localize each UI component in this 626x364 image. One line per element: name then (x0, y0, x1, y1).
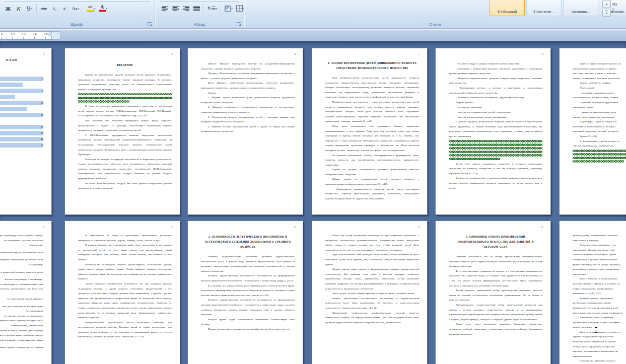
ruler-margin-zone (52, 31, 60, 40)
text-cursor-pointer (594, 327, 598, 333)
page-block-toc: сства17 (0, 125, 43, 129)
page-block-fragr: отмечать, рассказывать обо всём этом (0, 286, 43, 292)
page-block-toc: бразительного искусства (0, 107, 27, 111)
page-block-p: У Ю.В.Максимова предпринята попытка опре… (78, 133, 172, 157)
page-block-p: Характерной особенностью изобразительных… (325, 311, 419, 325)
font-color-button[interactable]: А ▾ (98, 3, 109, 14)
style-no-spacing[interactable]: АаВbСс¶ Без инте... (526, 0, 562, 16)
page-block-p: Развитие художественных способностей осн… (201, 273, 295, 283)
divider (83, 4, 83, 13)
style-heading1[interactable]: АаВbСсЗаголово... (563, 0, 598, 16)
superscript-button[interactable]: x2 (60, 3, 70, 14)
subscript-button[interactable]: x2 (49, 3, 59, 14)
page-block-zz (78, 93, 172, 103)
document-page[interactable]: 3 ВВЕДЕНИЕОдним из действенных средств р… (64, 48, 180, 215)
align-left-icon (162, 5, 168, 12)
page-block-p: Таким образом, правильный отбор произвед… (449, 288, 542, 303)
document-page[interactable]: 12 3. ПРИНЦИПЫ ОТБОРА ПРОИЗВЕДЕНИЙ ИЗОБР… (435, 221, 551, 364)
gallery-more-button[interactable]: ▾ (602, 9, 611, 17)
page-block-p: Из всего вышесказанного следует, что тем… (78, 181, 172, 191)
bold-button[interactable]: Ж (3, 3, 13, 14)
page-block-frag: Задачи [2 с.52] (573, 134, 626, 139)
paragraph-row-remnant (160, 0, 239, 2)
strikethrough-button[interactable]: abc (39, 3, 49, 14)
document-page[interactable]: 2 ПЛАН3ного возраста средствами5ятия и э… (0, 48, 52, 215)
page-block-fragr: изучить литературу о скульптуре, (0, 277, 43, 282)
page-block-p: 1. Изучить задачи воспитания детей дошко… (201, 95, 295, 105)
page-block-li: - Формировать эмоциональную культуру дет… (325, 187, 419, 201)
page-block-h: 1. ЗАДАЧИ ВОСПИТАНИЯ ДЕТЕЙ ДОШКОЛЬНОГО В… (327, 60, 417, 70)
font-color-icon: А (99, 5, 106, 12)
document-page[interactable]: 11 Показ как метод воспитания использует… (312, 221, 428, 364)
ruler-ticks (1, 37, 50, 39)
page-block-fragr: ти экскурсию с детьми или возмо (0, 238, 43, 243)
subscript-glyph: x2 (53, 6, 56, 11)
page-block-toc: 12 (0, 113, 43, 117)
style-label: ¶ Обычный (490, 10, 524, 14)
page-block-frag: в круг, треугольник, асимметрично, (573, 286, 626, 292)
page-block-frag: динамично и т.д.[3, с.77] (573, 291, 626, 296)
align-left-button[interactable] (160, 3, 170, 14)
italic-button[interactable]: К (14, 3, 24, 14)
page-block-li: - Формировать интерес к музеям, к выстав… (449, 86, 542, 95)
page-block-frag: назвать цвет, определить настроение, (573, 344, 626, 349)
justify-button[interactable] (191, 3, 201, 14)
page-block-frag: содержанию. Однако для более глуб (573, 248, 626, 253)
align-right-button[interactable] (181, 3, 191, 14)
highlighter-icon: ab (87, 5, 94, 12)
page-content: произведениях, посвященных знаменитизмен… (560, 221, 626, 364)
page-block-frag: ней как произведение изобразитель (573, 143, 626, 149)
paragraph-dialog-launcher[interactable] (237, 22, 241, 26)
page-block-frag: особенности их внешнего вида, открыв (573, 95, 626, 100)
document-page[interactable]: 6 - Различать виды и жанры изобразительн… (435, 48, 551, 215)
change-styles-label-line1: Из (612, 2, 626, 7)
page-block-sp (0, 69, 43, 77)
page-block-fragr: ую скульптуру своего района, города, (0, 233, 43, 238)
page-block-p: Изобразительная деятельность - одна из с… (325, 100, 419, 124)
page-block-toct: ПЛАН (6, 58, 43, 61)
page-block-sp (0, 292, 43, 297)
page-block-fragr: ранной игрушкой, чтобы выделить общее (0, 338, 43, 343)
shading-button[interactable]: ▾ (223, 3, 234, 14)
page-block-frag: - понимать содержание книги (573, 91, 626, 96)
ruler-mark: 8 (1, 32, 3, 36)
text-highlight-button[interactable]: ab ▾ (85, 3, 97, 14)
page-block-frag: разнообразия используемых художником (573, 267, 626, 272)
line-spacing-button[interactable]: ⇅ ▾ (206, 3, 219, 14)
chevron-down-icon: ▾ (94, 7, 96, 10)
page-block-fragr: со скульптурой (0, 309, 43, 314)
page-block-frag: исполнения. (573, 272, 626, 277)
gallery-scroll-up-button[interactable]: ▴ (602, 0, 611, 8)
page-block-frag: Картины разных художников (573, 296, 626, 301)
change-case-glyph: Аа (72, 6, 77, 11)
group-separator (155, 1, 155, 27)
bold-glyph: Ж (6, 6, 11, 12)
page-content: - Различать виды и жанры изобразительног… (436, 48, 550, 214)
font-dialog-launcher[interactable] (148, 22, 152, 26)
horizontal-ruler[interactable]: 8 10 12 14 16 (0, 31, 52, 40)
page-block-frag: внимание ребят направляет на разные (573, 339, 626, 344)
page-block-p: 4. Изучить методы ознакомления детей с о… (201, 124, 295, 134)
page-content: Объект: Процесс проведения занятий по де… (188, 48, 303, 214)
chevron-down-icon: ▾ (78, 7, 79, 10)
document-page[interactable]: 10 2. ОСОБЕННОСТИ ЭСТЕТИЧЕСКОГО ВОСПРИЯТ… (187, 221, 303, 364)
document-page[interactable]: 4 Объект: Процесс проведения занятий по … (187, 48, 303, 215)
document-page[interactable]: 8 ую скульптуру своего района, города,ти… (0, 221, 52, 364)
document-page[interactable]: 7 Один из видов изобразительного исвыпол… (559, 48, 626, 215)
align-center-button[interactable] (170, 3, 180, 14)
underline-button[interactable]: Ч▾ (24, 3, 34, 14)
page-content: ВВЕДЕНИЕОдним из действенных средств раз… (65, 48, 180, 214)
page-block-li: - Развивать эстетическое восприятие, худ… (449, 95, 542, 100)
change-case-button[interactable]: Аа▾ (71, 3, 81, 14)
document-page[interactable]: 9 В зависимости от эпохи в архитектуре п… (64, 221, 180, 364)
shading-icon (225, 6, 231, 12)
page-block-toc: 3 (0, 77, 43, 81)
style-normal[interactable]: АаВbСс¶ Обычный (490, 0, 525, 16)
document-page[interactable]: 5 1. ЗАДАЧИ ВОСПИТАНИЯ ДЕТЕЙ ДОШКОЛЬНОГО… (312, 48, 428, 215)
change-styles-button[interactable]: Из с (612, 2, 626, 12)
page-block-fragr: со скульптурой малой формы и (0, 297, 43, 302)
strikethrough-glyph: abc (41, 6, 47, 11)
document-page[interactable]: 13 произведениях, посвященных знаменитиз… (559, 221, 626, 364)
page-block-frag: ритмичным изображением линий (573, 301, 626, 306)
ruler-mark: 16 (44, 32, 48, 36)
